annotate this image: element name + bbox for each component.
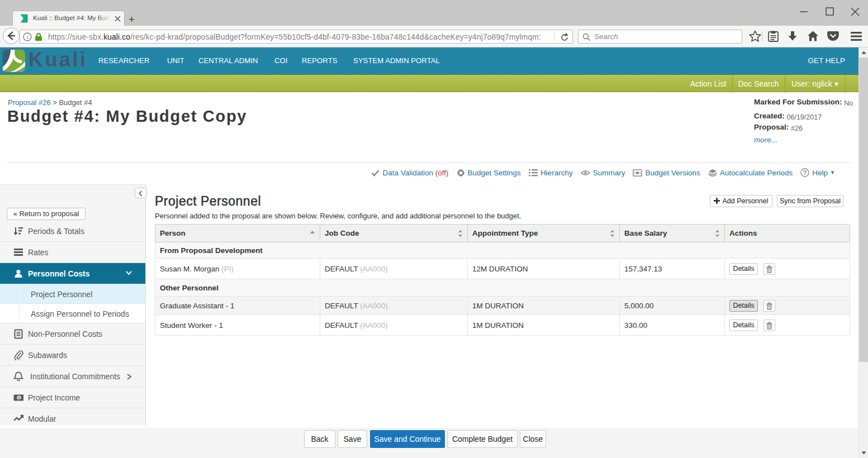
svg-text:0: 0 [18,395,20,400]
svg-text:?: ? [803,169,807,176]
svg-text:i: i [26,34,28,40]
